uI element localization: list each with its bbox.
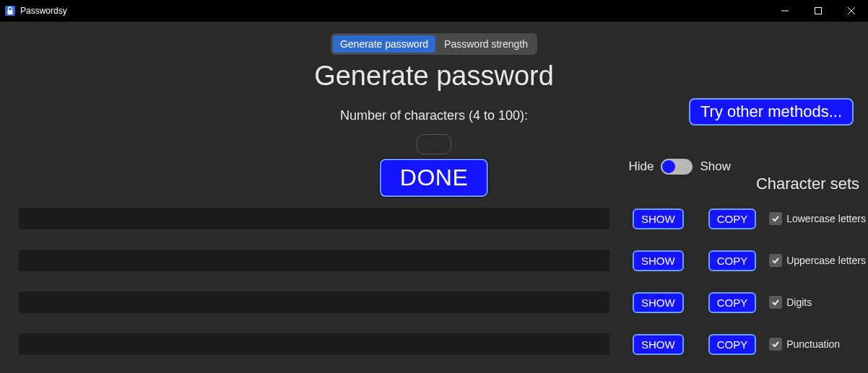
charset-option: Uppercase letters xyxy=(769,254,866,267)
checkbox-lowercase[interactable] xyxy=(769,212,782,225)
svg-rect-3 xyxy=(815,8,822,14)
character-sets-heading: Character sets xyxy=(756,175,859,193)
show-button[interactable]: SHOW xyxy=(633,334,684,355)
checkbox-uppercase[interactable] xyxy=(769,254,782,267)
checkbox-digits[interactable] xyxy=(769,296,782,309)
copy-button[interactable]: COPY xyxy=(708,292,757,313)
password-field[interactable] xyxy=(19,291,609,313)
password-field[interactable] xyxy=(19,333,609,355)
password-field[interactable] xyxy=(19,250,609,271)
title-bar: Passwordsy xyxy=(0,0,868,22)
password-row: SHOW COPY Punctuation xyxy=(19,333,868,355)
charset-label: Lowercase letters xyxy=(786,213,866,224)
tab-password-strength[interactable]: Password strength xyxy=(437,35,535,53)
copy-button[interactable]: COPY xyxy=(708,209,757,229)
password-field[interactable] xyxy=(19,208,609,229)
done-button[interactable]: DONE xyxy=(380,159,488,197)
svg-rect-1 xyxy=(8,10,13,14)
charset-label: Digits xyxy=(786,297,812,308)
charset-option: Lowercase letters xyxy=(769,212,866,225)
page-title: Generate password xyxy=(0,61,868,92)
show-label: Show xyxy=(700,159,731,174)
visibility-toggle[interactable] xyxy=(661,159,693,175)
close-button[interactable] xyxy=(835,0,868,22)
charset-option: Punctuation xyxy=(769,338,840,351)
maximize-button[interactable] xyxy=(802,0,835,22)
charset-label: Uppercase letters xyxy=(786,255,866,266)
title-bar-left: Passwordsy xyxy=(0,5,67,17)
password-rows: SHOW COPY Lowercase letters SHOW COPY Up… xyxy=(19,208,868,373)
copy-button[interactable]: COPY xyxy=(708,250,757,271)
try-other-methods-button[interactable]: Try other methods... xyxy=(689,98,854,126)
tabs: Generate password Password strength xyxy=(331,33,537,55)
tab-generate-password[interactable]: Generate password xyxy=(333,35,435,53)
window-controls xyxy=(768,0,868,22)
checkbox-punctuation[interactable] xyxy=(769,338,782,351)
copy-button[interactable]: COPY xyxy=(708,334,757,355)
toggle-knob xyxy=(662,160,675,173)
visibility-toggle-row: Hide Show xyxy=(629,159,732,175)
password-row: SHOW COPY Uppercase letters xyxy=(19,250,868,271)
char-count-input[interactable] xyxy=(417,134,451,154)
lock-icon xyxy=(4,5,16,17)
app-title: Passwordsy xyxy=(20,6,67,16)
charset-option: Digits xyxy=(769,296,812,309)
password-row: SHOW COPY Lowercase letters xyxy=(19,208,868,229)
minimize-button[interactable] xyxy=(768,0,802,22)
password-row: SHOW COPY Digits xyxy=(19,291,868,313)
charset-label: Punctuation xyxy=(786,338,840,350)
hide-label: Hide xyxy=(629,159,654,174)
show-button[interactable]: SHOW xyxy=(633,209,684,229)
show-button[interactable]: SHOW xyxy=(633,292,684,313)
show-button[interactable]: SHOW xyxy=(633,250,684,271)
app-body: Generate password Password strength Gene… xyxy=(0,22,868,373)
